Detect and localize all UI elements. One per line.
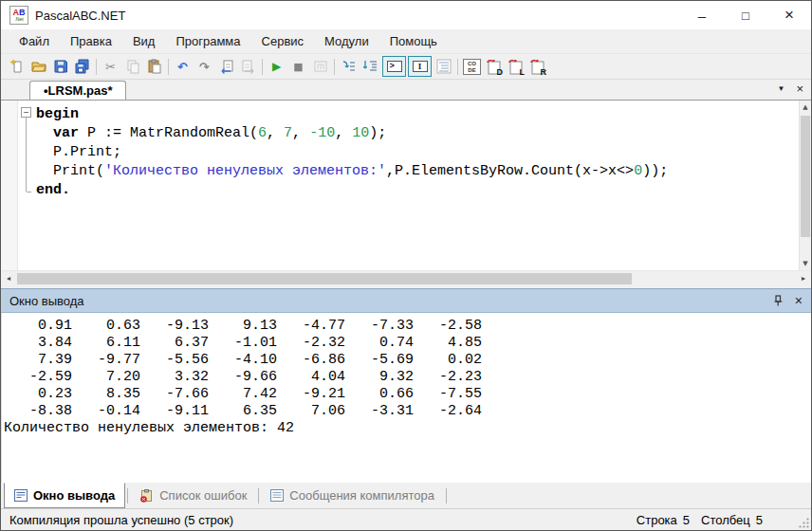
editor-tab-lrsm[interactable]: •LRSM.pas* — [29, 81, 126, 100]
output-panel-header: Окно вывода × — [1, 288, 811, 313]
caret-icon: I — [413, 61, 428, 72]
step-over-icon — [341, 59, 357, 74]
maximize-button[interactable]: □ — [724, 1, 767, 29]
new-file-button[interactable] — [6, 56, 28, 78]
panel-r-button[interactable]: R — [526, 56, 548, 78]
caret-position: Строка5 Столбец5 — [637, 513, 763, 527]
menu-service[interactable]: Сервис — [251, 29, 315, 53]
copy-icon — [125, 59, 140, 74]
scissors-icon: ✂ — [105, 61, 116, 73]
fold-line — [26, 118, 27, 192]
output-window-icon — [14, 489, 28, 502]
caret-mode-toggle[interactable]: I — [408, 56, 432, 77]
code-lines[interactable]: begin var P := MatrRandomReal(6, 7, -10,… — [36, 101, 799, 270]
stop-icon: ■ — [293, 62, 303, 72]
scroll-up-icon[interactable]: ▲ — [800, 101, 811, 114]
editor-gutter — [1, 101, 18, 270]
error-list-icon — [139, 489, 154, 503]
menu-view[interactable]: Вид — [122, 29, 166, 53]
stop-button: ■ — [287, 56, 309, 78]
minimize-button[interactable]: – — [680, 1, 724, 29]
scroll-down-icon[interactable]: ▼ — [800, 257, 811, 270]
panel-d-button[interactable]: D — [483, 56, 505, 78]
redo-icon: ↷ — [199, 61, 210, 73]
toolbar-separator — [334, 59, 335, 75]
tab-separator — [127, 488, 128, 504]
window-title: PascalABC.NET — [35, 9, 125, 23]
paste-icon — [147, 59, 162, 74]
toolbar-separator — [457, 59, 458, 75]
menu-bar: Файл Правка Вид Программа Сервис Модули … — [1, 29, 811, 54]
editor-tab-strip: •LRSM.pas* ▼ × — [1, 80, 811, 100]
navigate-forward-button — [237, 56, 259, 78]
tab-close-button[interactable]: × — [796, 82, 803, 96]
output-close-icon[interactable]: × — [795, 293, 803, 308]
code-icon: CODE — [463, 59, 481, 75]
menu-modules[interactable]: Модули — [314, 29, 379, 53]
menu-program[interactable]: Программа — [165, 29, 250, 53]
compiler-messages-icon — [270, 489, 284, 502]
undo-button[interactable]: ↶ — [172, 56, 194, 78]
tab-output-window[interactable]: Окно вывода — [4, 483, 125, 508]
step-over-button[interactable] — [338, 56, 360, 78]
pin-icon[interactable] — [771, 294, 784, 307]
new-file-icon — [9, 59, 25, 74]
tab-separator — [258, 488, 259, 504]
copy-button — [121, 56, 143, 78]
close-button[interactable]: × — [767, 1, 811, 29]
vertical-scroll-thumb[interactable] — [801, 116, 810, 237]
status-bar: Компиляция прошла успешно (5 строк) Стро… — [1, 508, 811, 530]
tab-error-list[interactable]: Список ошибок — [130, 483, 256, 508]
save-icon — [53, 59, 68, 74]
panel-l-button[interactable]: L — [505, 56, 526, 78]
code-editor[interactable]: – begin var P := MatrRandomReal(6, 7, -1… — [1, 100, 811, 270]
save-button[interactable] — [49, 56, 71, 78]
scroll-left-icon[interactable]: ◂ — [1, 271, 16, 285]
app-logo-icon: AB .Net — [9, 6, 28, 25]
console-icon: > — [387, 61, 402, 72]
toolbar: ✂ ↶ ↷ ▶ ■ > I — [1, 54, 811, 80]
build-icon — [313, 59, 328, 74]
fold-margin: – — [18, 101, 35, 270]
console-window-toggle[interactable]: > — [382, 56, 406, 77]
navigate-forward-icon — [241, 59, 256, 74]
open-folder-icon — [31, 59, 46, 74]
undo-icon: ↶ — [177, 61, 188, 73]
run-button[interactable]: ▶ — [266, 56, 287, 78]
step-into-icon — [362, 59, 378, 74]
editor-horizontal-scrollbar[interactable]: ◂ ▸ — [1, 270, 811, 285]
menu-file[interactable]: Файл — [9, 29, 60, 53]
save-all-icon — [75, 59, 90, 74]
step-into-button[interactable] — [360, 56, 381, 78]
format-code-icon — [436, 59, 452, 74]
app-window: AB .Net PascalABC.NET – □ × Файл Правка … — [0, 0, 812, 531]
status-message: Компиляция прошла успешно (5 строк) — [9, 513, 233, 527]
tab-separator — [446, 488, 447, 504]
resize-grip-icon[interactable] — [798, 517, 810, 529]
toolbar-separator — [96, 59, 97, 75]
menu-edit[interactable]: Правка — [60, 29, 122, 53]
output-text: 0.91 0.63 -9.13 9.13 -4.77 -7.33 -2.58 3… — [2, 313, 811, 437]
menu-help[interactable]: Помощь — [379, 29, 448, 53]
run-icon: ▶ — [272, 61, 281, 72]
fold-end-tick — [27, 192, 31, 192]
scroll-right-icon[interactable]: ▸ — [796, 271, 811, 285]
open-file-button[interactable] — [28, 56, 49, 78]
cut-button: ✂ — [100, 56, 121, 78]
toolbar-separator — [262, 59, 263, 75]
editor-vertical-scrollbar[interactable]: ▲ ▼ — [799, 101, 811, 270]
fold-collapse-icon[interactable]: – — [21, 107, 31, 118]
horizontal-scroll-thumb[interactable] — [17, 273, 632, 284]
paste-button[interactable] — [143, 56, 165, 78]
title-bar: AB .Net PascalABC.NET – □ × — [1, 1, 811, 29]
save-all-button[interactable] — [71, 56, 93, 78]
tab-list-dropdown[interactable]: ▼ — [777, 84, 784, 93]
code-templates-button[interactable]: CODE — [461, 56, 483, 78]
output-panel: 0.91 0.63 -9.13 9.13 -4.77 -7.33 -2.58 3… — [1, 313, 811, 483]
bottom-tab-bar: Окно вывода Список ошибок Сообщения комп… — [1, 483, 811, 508]
build-button — [309, 56, 331, 78]
navigate-back-button[interactable] — [215, 56, 237, 78]
toolbar-separator — [168, 59, 169, 75]
format-code-button[interactable] — [433, 56, 454, 78]
tab-compiler-messages[interactable]: Сообщения компилятора — [261, 483, 444, 508]
